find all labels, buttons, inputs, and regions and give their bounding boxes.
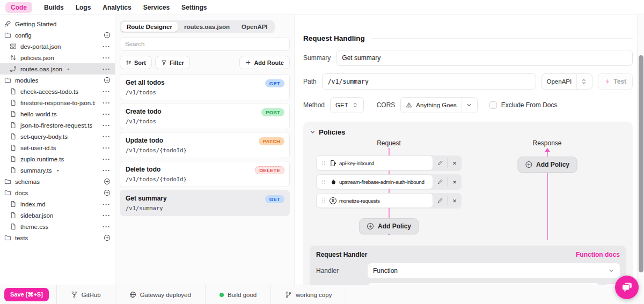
more-menu-icon[interactable]: ···: [103, 66, 111, 72]
sidebar-item-summary-ts[interactable]: summary.ts ● ···: [0, 165, 115, 176]
policy-row-api-key-inbound[interactable]: api-key-inbound ×: [316, 155, 462, 170]
edit-policy-button[interactable]: [433, 174, 447, 189]
sidebar-item-sidebar-json[interactable]: sidebar.json ···: [0, 210, 115, 221]
file-icon: [10, 122, 17, 129]
more-menu-icon[interactable]: ···: [103, 134, 111, 140]
policies-collapse-header[interactable]: Policies: [310, 128, 626, 136]
exclude-from-docs-checkbox[interactable]: [489, 101, 497, 109]
method-badge: GET: [265, 79, 284, 87]
policy-row-monetize-requests[interactable]: $ monetize-requests ×: [316, 193, 462, 208]
policy-row-upstream-firebase-admin-auth-inbound[interactable]: upstream-firebase-admin-auth-inbound ×: [316, 174, 462, 189]
sidebar-item-hello-world[interactable]: hello-world.ts ···: [0, 108, 115, 120]
working-copy-label: working copy: [296, 292, 332, 298]
nav-tab-services[interactable]: Services: [143, 4, 170, 11]
file-icon: [10, 155, 17, 162]
sidebar-item-docs[interactable]: docs: [0, 187, 115, 198]
nav-tab-code[interactable]: Code: [5, 2, 32, 13]
policy-pill: api-key-inbound: [316, 155, 433, 170]
route-card-create-todo[interactable]: Create todo /v1/todos POST: [120, 103, 290, 129]
nav-tab-settings[interactable]: Settings: [181, 4, 207, 11]
drag-handle-icon[interactable]: [320, 160, 327, 166]
route-card-get-all-todos[interactable]: Get all todos /v1/todos GET: [120, 74, 290, 100]
nav-tab-builds[interactable]: Builds: [44, 4, 64, 11]
add-file-icon[interactable]: [104, 189, 111, 196]
route-card-delete-todo[interactable]: Delete todo /v1/todos/{todoId} DELETE: [120, 161, 290, 187]
tab-openapi[interactable]: OpenAPI: [236, 22, 273, 32]
sidebar-item-getting-started[interactable]: Getting Started: [0, 18, 115, 29]
drag-handle-icon[interactable]: [320, 179, 327, 185]
exclude-from-docs-toggle[interactable]: Exclude From Docs: [489, 101, 558, 109]
edit-policy-button[interactable]: [433, 193, 447, 208]
sidebar-item-modules[interactable]: modules: [0, 75, 115, 86]
method-badge: GET: [265, 195, 284, 203]
add-file-icon[interactable]: [104, 178, 111, 185]
add-response-policy-button[interactable]: Add Policy: [517, 157, 577, 173]
sidebar-item-label: json-to-firestore-request.ts: [20, 122, 92, 129]
more-menu-icon[interactable]: ···: [103, 55, 111, 61]
more-menu-icon[interactable]: ···: [103, 145, 111, 151]
sidebar-item-set-user-id[interactable]: set-user-id.ts ···: [0, 142, 115, 153]
add-file-icon[interactable]: [104, 234, 111, 241]
route-search-input[interactable]: [120, 37, 290, 51]
remove-policy-button[interactable]: ×: [448, 155, 462, 170]
working-copy-status-item[interactable]: working copy: [271, 285, 346, 304]
sidebar-item-policies-json[interactable]: policies.json ···: [0, 52, 115, 63]
more-menu-icon[interactable]: ···: [103, 122, 111, 129]
github-status-item[interactable]: GitHub: [56, 285, 115, 304]
nav-tab-logs[interactable]: Logs: [76, 4, 91, 11]
pencil-icon: [437, 160, 443, 166]
save-button[interactable]: Save [⌘+S]: [4, 288, 49, 301]
method-selector[interactable]: GET: [330, 97, 364, 113]
more-menu-icon[interactable]: ···: [103, 100, 111, 106]
chat-launcher-button[interactable]: [615, 276, 639, 299]
drag-handle-icon[interactable]: [320, 197, 327, 204]
sidebar-item-tests[interactable]: tests: [0, 232, 115, 243]
add-route-button[interactable]: Add Route: [239, 56, 290, 69]
handler-selector[interactable]: Function: [368, 263, 620, 278]
sidebar-item-schemas[interactable]: schemas: [0, 176, 115, 187]
more-menu-icon[interactable]: ···: [103, 43, 111, 50]
test-button[interactable]: Test: [598, 73, 633, 90]
tab-route-designer[interactable]: Route Designer: [121, 22, 178, 32]
add-request-policy-button[interactable]: Add Policy: [359, 218, 419, 234]
tab-routes-oas-json[interactable]: routes.oas.json: [179, 22, 235, 32]
cors-value: Anything Goes: [416, 102, 456, 108]
more-menu-icon[interactable]: ···: [103, 88, 111, 95]
sidebar-item-dev-portal-json[interactable]: dev-portal.json ···: [0, 41, 115, 52]
add-file-icon[interactable]: [104, 77, 111, 84]
sidebar-item-config[interactable]: config: [0, 29, 115, 41]
sidebar-item-json-to-firestore-request[interactable]: json-to-firestore-request.ts ···: [0, 120, 115, 131]
sort-button[interactable]: Sort: [120, 56, 152, 69]
cors-selector[interactable]: Anything Goes: [400, 97, 477, 113]
add-file-icon[interactable]: [104, 32, 111, 39]
file-icon: [10, 133, 17, 140]
function-docs-link[interactable]: Function docs: [576, 251, 620, 258]
edit-policy-button[interactable]: [433, 155, 447, 170]
path-input[interactable]: [322, 73, 536, 90]
more-menu-icon[interactable]: ···: [103, 224, 111, 230]
gateway-deployed-status-item[interactable]: Gateway deployed: [115, 285, 206, 304]
sidebar-item-theme-css[interactable]: theme.css ···: [0, 221, 115, 232]
sidebar-item-index-md[interactable]: index.md ···: [0, 198, 115, 210]
build-status-item[interactable]: Build good: [206, 285, 271, 304]
remove-policy-button[interactable]: ×: [448, 174, 462, 189]
summary-input[interactable]: [336, 50, 633, 66]
spec-selector[interactable]: OpenAPI: [541, 73, 593, 90]
filter-button[interactable]: Filter: [155, 56, 190, 69]
sidebar-item-zuplo-runtime[interactable]: zuplo.runtime.ts ···: [0, 153, 115, 165]
sidebar-item-set-query-body[interactable]: set-query-body.ts ···: [0, 131, 115, 142]
sidebar-item-routes-oas-json[interactable]: routes.oas.json ● ···: [0, 63, 115, 75]
modified-dot: ●: [67, 67, 69, 71]
sidebar-item-check-access-todo[interactable]: check-access-todo.ts ···: [0, 86, 115, 97]
nav-tab-analytics[interactable]: Analytics: [103, 4, 131, 11]
more-menu-icon[interactable]: ···: [103, 156, 111, 162]
route-card-update-todo[interactable]: Update todo /v1/todos/{todoId} PATCH: [120, 132, 290, 158]
more-menu-icon[interactable]: ···: [103, 201, 111, 207]
scrollbar-thumb[interactable]: [639, 55, 643, 272]
more-menu-icon[interactable]: ···: [103, 167, 111, 174]
route-card-get-summary[interactable]: Get summary /v1/summary GET: [120, 190, 290, 216]
more-menu-icon[interactable]: ···: [103, 212, 111, 219]
more-menu-icon[interactable]: ···: [103, 111, 111, 117]
remove-policy-button[interactable]: ×: [448, 193, 462, 208]
sidebar-item-firestore-response-to-json[interactable]: firestore-response-to-json.ts ···: [0, 97, 115, 108]
